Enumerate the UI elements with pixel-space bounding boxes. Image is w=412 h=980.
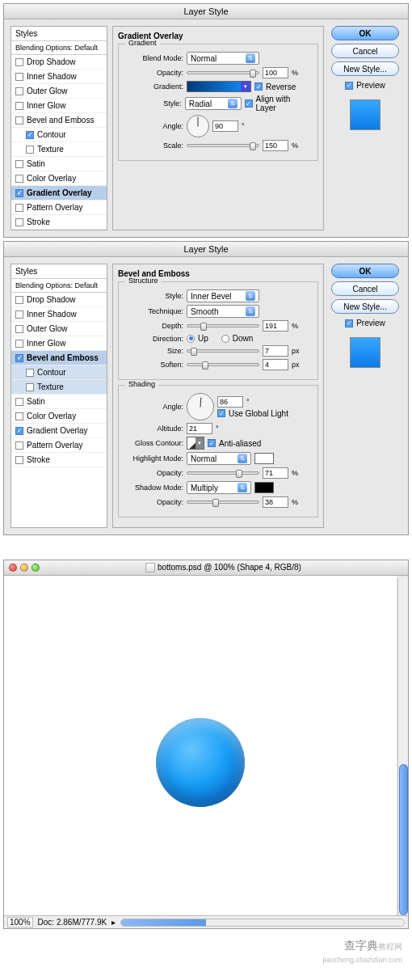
close-icon[interactable] [9, 564, 17, 572]
scale-field[interactable] [263, 140, 288, 151]
style-checkbox[interactable] [15, 456, 23, 464]
style-checkbox[interactable] [26, 146, 34, 154]
style-item-contour[interactable]: Contour [11, 365, 107, 380]
new-style-button[interactable]: New Style... [331, 61, 399, 76]
blend-mode-select[interactable]: Normal⇅ [187, 52, 259, 65]
style-item-inner-glow[interactable]: Inner Glow [11, 99, 107, 113]
style-item-gradient-overlay[interactable]: Gradient Overlay [11, 186, 107, 201]
ok-button[interactable]: OK [331, 264, 399, 278]
anti-alias-checkbox[interactable] [208, 439, 216, 447]
style-checkbox[interactable] [15, 58, 23, 66]
zoom-icon[interactable] [32, 564, 40, 572]
minimize-icon[interactable] [20, 564, 28, 572]
cancel-button[interactable]: Cancel [331, 281, 399, 296]
style-item-texture[interactable]: Texture [11, 380, 107, 395]
blending-options[interactable]: Blending Options: Default [11, 279, 107, 293]
style-checkbox[interactable] [15, 87, 23, 95]
highlight-color[interactable] [254, 453, 274, 464]
altitude-field[interactable] [187, 423, 212, 434]
style-checkbox[interactable] [15, 412, 23, 420]
highlight-opacity-slider[interactable] [187, 471, 259, 475]
soften-field[interactable] [263, 359, 288, 370]
style-item-inner-glow[interactable]: Inner Glow [11, 336, 107, 351]
style-checkbox[interactable] [26, 131, 34, 139]
preview-checkbox[interactable] [345, 82, 353, 90]
direction-up-radio[interactable] [187, 335, 195, 343]
style-checkbox[interactable] [15, 189, 23, 197]
style-checkbox[interactable] [15, 354, 23, 362]
style-item-stroke[interactable]: Stroke [11, 453, 107, 467]
style-item-outer-glow[interactable]: Outer Glow [11, 84, 107, 99]
global-light-checkbox[interactable] [217, 409, 225, 417]
style-checkbox[interactable] [15, 116, 23, 125]
new-style-button[interactable]: New Style... [331, 299, 399, 314]
shadow-color[interactable] [254, 482, 274, 493]
scale-slider[interactable] [187, 144, 259, 147]
style-item-drop-shadow[interactable]: Drop Shadow [11, 293, 107, 307]
document-titlebar[interactable]: bottoms.psd @ 100% (Shape 4, RGB/8) [4, 560, 408, 576]
style-checkbox[interactable] [15, 175, 23, 183]
style-checkbox[interactable] [15, 160, 23, 168]
canvas[interactable] [4, 576, 397, 915]
opacity-field[interactable] [263, 67, 288, 78]
angle-dial[interactable] [187, 115, 209, 137]
gradient-swatch[interactable]: ▾ [187, 81, 251, 92]
style-item-stroke[interactable]: Stroke [11, 215, 107, 230]
style-checkbox[interactable] [15, 73, 23, 81]
style-item-outer-glow[interactable]: Outer Glow [11, 322, 107, 336]
style-item-satin[interactable]: Satin [11, 157, 107, 171]
shadow-opacity-field[interactable] [263, 496, 288, 508]
preview-checkbox[interactable] [345, 319, 353, 327]
gloss-contour[interactable]: ▾ [187, 437, 204, 450]
vertical-scrollbar[interactable] [397, 578, 408, 915]
gradient-style-select[interactable]: Radial⇅ [185, 97, 242, 110]
style-item-color-overlay[interactable]: Color Overlay [11, 409, 107, 424]
opacity-slider[interactable] [187, 71, 259, 74]
size-field[interactable] [263, 345, 288, 357]
style-checkbox[interactable] [15, 340, 23, 348]
technique-select[interactable]: Smooth⇅ [187, 305, 259, 318]
shadow-mode-select[interactable]: Multiply⇅ [187, 481, 251, 494]
style-checkbox[interactable] [26, 383, 34, 391]
style-checkbox[interactable] [15, 441, 23, 450]
style-item-pattern-overlay[interactable]: Pattern Overlay [11, 438, 107, 453]
style-item-contour[interactable]: Contour [11, 128, 107, 142]
style-item-bevel-and-emboss[interactable]: Bevel and Emboss [11, 351, 107, 365]
angle-field[interactable] [212, 120, 238, 132]
style-checkbox[interactable] [15, 296, 23, 304]
style-checkbox[interactable] [15, 427, 23, 435]
angle-field[interactable] [217, 396, 243, 408]
direction-down-radio[interactable] [221, 335, 229, 343]
align-checkbox[interactable] [245, 99, 253, 108]
shape-blue-sphere[interactable] [156, 718, 245, 807]
style-item-satin[interactable]: Satin [11, 395, 107, 409]
style-item-inner-shadow[interactable]: Inner Shadow [11, 70, 107, 84]
horizontal-scrollbar[interactable] [120, 919, 405, 927]
styles-header[interactable]: Styles [11, 264, 107, 279]
size-slider[interactable] [187, 349, 259, 353]
soften-slider[interactable] [187, 363, 259, 366]
style-checkbox[interactable] [15, 102, 23, 110]
scrollbar-thumb[interactable] [399, 764, 408, 916]
zoom-field[interactable]: 100% [7, 917, 33, 927]
bevel-style-select[interactable]: Inner Bevel⇅ [187, 289, 259, 302]
style-checkbox[interactable] [15, 398, 23, 406]
styles-header[interactable]: Styles [11, 27, 107, 41]
shading-angle-dial[interactable] [187, 393, 214, 420]
style-item-inner-shadow[interactable]: Inner Shadow [11, 307, 107, 322]
style-item-color-overlay[interactable]: Color Overlay [11, 171, 107, 186]
style-checkbox[interactable] [15, 218, 23, 226]
shadow-opacity-slider[interactable] [187, 501, 259, 504]
style-item-bevel-and-emboss[interactable]: Bevel and Emboss [11, 113, 107, 128]
blending-options[interactable]: Blending Options: Default [11, 41, 107, 55]
highlight-mode-select[interactable]: Normal⇅ [187, 452, 251, 465]
depth-slider[interactable] [187, 324, 259, 327]
highlight-opacity-field[interactable] [263, 467, 288, 479]
style-checkbox[interactable] [26, 369, 34, 377]
style-item-texture[interactable]: Texture [11, 142, 107, 157]
ok-button[interactable]: OK [331, 26, 399, 40]
cancel-button[interactable]: Cancel [331, 44, 399, 58]
style-item-drop-shadow[interactable]: Drop Shadow [11, 55, 107, 70]
style-checkbox[interactable] [15, 325, 23, 333]
depth-field[interactable] [263, 320, 288, 332]
